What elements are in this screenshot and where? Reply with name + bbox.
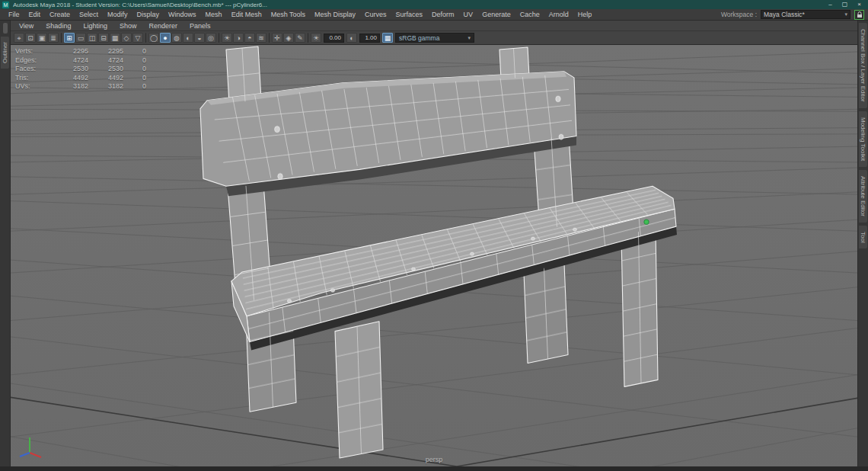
- window-title: Autodesk Maya 2018 - Student Version: C:…: [13, 2, 824, 8]
- grid-icon[interactable]: ⊞: [64, 33, 75, 43]
- menu-file[interactable]: File: [4, 11, 24, 18]
- separator: [219, 33, 219, 43]
- field-chart-icon[interactable]: ▦: [110, 33, 120, 43]
- panel-menu-shading[interactable]: Shading: [40, 22, 77, 30]
- bench-model[interactable]: [200, 46, 677, 458]
- separator: [269, 33, 270, 43]
- menu-mesh[interactable]: Mesh: [201, 11, 227, 18]
- menu-modify[interactable]: Modify: [103, 11, 132, 18]
- grease-pencil-icon[interactable]: ✎: [295, 33, 305, 43]
- contrast-icon[interactable]: ◐: [346, 33, 357, 43]
- exposure-icon[interactable]: ☀: [311, 33, 321, 43]
- window-controls: –▢×: [824, 1, 866, 8]
- isolate-select-icon[interactable]: ✛: [272, 33, 282, 43]
- tab-channel-box[interactable]: Channel Box / Layer Editor: [859, 23, 867, 108]
- safe-title-icon[interactable]: ▽: [132, 33, 143, 43]
- menu-curves[interactable]: Curves: [360, 11, 391, 18]
- textured-icon[interactable]: ◐: [183, 33, 193, 43]
- tab-attribute-editor[interactable]: Attribute Editor: [859, 170, 867, 223]
- menu-display[interactable]: Display: [132, 11, 164, 18]
- motion-blur-icon[interactable]: ≋: [256, 33, 266, 43]
- exposure-field[interactable]: 0.00: [324, 34, 344, 43]
- viewport-toolbar: ⌖⊡▣≣⊞▭◫⊟▦◇▽◯●◍◐◒◎☀◑◓≋✛◈✎☀ 0.00 ◐ 1.00 ▦ …: [11, 31, 857, 45]
- separator: [308, 33, 308, 43]
- panel-menu-lighting[interactable]: Lighting: [77, 22, 113, 30]
- wireframe-on-shaded-icon[interactable]: ◍: [171, 33, 182, 43]
- menu-uv[interactable]: UV: [459, 11, 478, 18]
- image-plane-icon[interactable]: ◈: [283, 33, 294, 43]
- film-gate-icon[interactable]: ▭: [75, 33, 86, 43]
- perspective-viewport[interactable]: Verts: 2295 2295 0 Edges: 4724 4724 0 Fa…: [11, 45, 857, 466]
- safe-action-icon[interactable]: ◇: [121, 33, 132, 43]
- gate-mask-icon[interactable]: ⊟: [98, 33, 109, 43]
- menu-mesh-tools[interactable]: Mesh Tools: [266, 11, 310, 18]
- menu-generate[interactable]: Generate: [477, 11, 515, 18]
- workspace-value: Maya Classic*: [764, 11, 805, 18]
- workspace-label: Workspace :: [721, 11, 757, 18]
- lights-icon[interactable]: ☀: [222, 33, 232, 43]
- viewport-canvas[interactable]: [11, 45, 857, 466]
- minimize-button[interactable]: –: [824, 1, 837, 8]
- tab-tool-settings[interactable]: Tool: [859, 226, 867, 249]
- camera-name-label: persp: [11, 456, 857, 463]
- poly-count-hud: Verts: 2295 2295 0 Edges: 4724 4724 0 Fa…: [15, 47, 146, 91]
- panel-grip-handle[interactable]: [3, 23, 8, 34]
- maya-window: { "branding": { "logo_letter": "M" }, "t…: [0, 0, 868, 471]
- selected-vertex-marker[interactable]: [644, 219, 649, 224]
- poly-count-row: Verts: 2295 2295 0: [15, 47, 146, 56]
- color-management-icon[interactable]: ▦: [382, 33, 393, 43]
- menu-arnold[interactable]: Arnold: [544, 11, 573, 18]
- poly-count-row: UVs: 3182 3182 0: [15, 82, 146, 91]
- resolution-gate-icon[interactable]: ◫: [87, 33, 97, 43]
- menu-cache[interactable]: Cache: [515, 11, 544, 18]
- menu-surfaces[interactable]: Surfaces: [391, 11, 428, 18]
- panel-menu-view[interactable]: View: [13, 22, 40, 30]
- gamma-mode-dropdown[interactable]: sRGB gamma ▾: [395, 33, 474, 43]
- chevron-down-icon: ▾: [468, 35, 471, 41]
- menu-create[interactable]: Create: [45, 11, 75, 18]
- main-menu-bar: FileEditCreateSelectModifyDisplayWindows…: [0, 9, 868, 21]
- panel-menu-renderer[interactable]: Renderer: [142, 22, 183, 30]
- menu-select[interactable]: Select: [75, 11, 103, 18]
- shadows-icon[interactable]: ◑: [233, 33, 244, 43]
- menu-help[interactable]: Help: [573, 11, 597, 18]
- main-menus: FileEditCreateSelectModifyDisplayWindows…: [4, 11, 596, 18]
- viewport-toolbar-icons: ⌖⊡▣≣⊞▭◫⊟▦◇▽◯●◍◐◒◎☀◑◓≋✛◈✎☀: [14, 33, 321, 43]
- workspace-selector: Workspace : Maya Classic* ▾: [721, 10, 868, 20]
- close-button[interactable]: ×: [853, 1, 866, 8]
- bookmarks-icon[interactable]: ≣: [48, 33, 59, 43]
- use-default-material-icon[interactable]: ◒: [194, 33, 205, 43]
- poly-count-row: Tris: 4492 4492 0: [15, 74, 146, 83]
- menu-deform[interactable]: Deform: [427, 11, 459, 18]
- workspace-lock-button[interactable]: [854, 10, 864, 20]
- chevron-down-icon: ▾: [844, 11, 847, 18]
- lock-icon: [857, 11, 863, 18]
- menu-windows[interactable]: Windows: [164, 11, 201, 18]
- panel-menu-bar: ViewShadingLightingShowRendererPanels: [11, 21, 857, 31]
- left-panel-strip: Outliner: [0, 21, 11, 466]
- tab-modeling-toolkit[interactable]: Modeling Toolkit: [859, 111, 867, 167]
- poly-count-row: Edges: 4724 4724 0: [15, 56, 146, 66]
- menu-mesh-display[interactable]: Mesh Display: [310, 11, 360, 18]
- lock-camera-icon[interactable]: ⊡: [25, 33, 36, 43]
- workspace-dropdown[interactable]: Maya Classic* ▾: [761, 10, 850, 19]
- xray-icon[interactable]: ◎: [206, 33, 216, 43]
- camera-attributes-icon[interactable]: ▣: [37, 33, 47, 43]
- shaded-mode-icon[interactable]: ●: [160, 33, 171, 43]
- separator: [145, 33, 146, 43]
- ambient-occlusion-icon[interactable]: ◓: [244, 33, 255, 43]
- sidebar-tab-outliner[interactable]: Outliner: [1, 37, 9, 69]
- panel-menu-panels[interactable]: Panels: [183, 22, 217, 30]
- separator: [61, 33, 62, 43]
- menu-edit-mesh[interactable]: Edit Mesh: [227, 11, 266, 18]
- title-bar: M Autodesk Maya 2018 - Student Version: …: [0, 0, 868, 9]
- select-camera-icon[interactable]: ⌖: [14, 33, 24, 43]
- maya-logo-icon: M: [2, 2, 9, 8]
- menu-edit[interactable]: Edit: [24, 11, 46, 18]
- viewport-pane: ViewShadingLightingShowRendererPanels ⌖⊡…: [11, 21, 857, 466]
- panel-menu-show[interactable]: Show: [113, 22, 143, 30]
- maximize-button[interactable]: ▢: [838, 1, 851, 8]
- poly-count-row: Faces: 2530 2530 0: [15, 65, 146, 74]
- gamma-field[interactable]: 1.00: [359, 34, 380, 43]
- wireframe-icon[interactable]: ◯: [148, 33, 159, 43]
